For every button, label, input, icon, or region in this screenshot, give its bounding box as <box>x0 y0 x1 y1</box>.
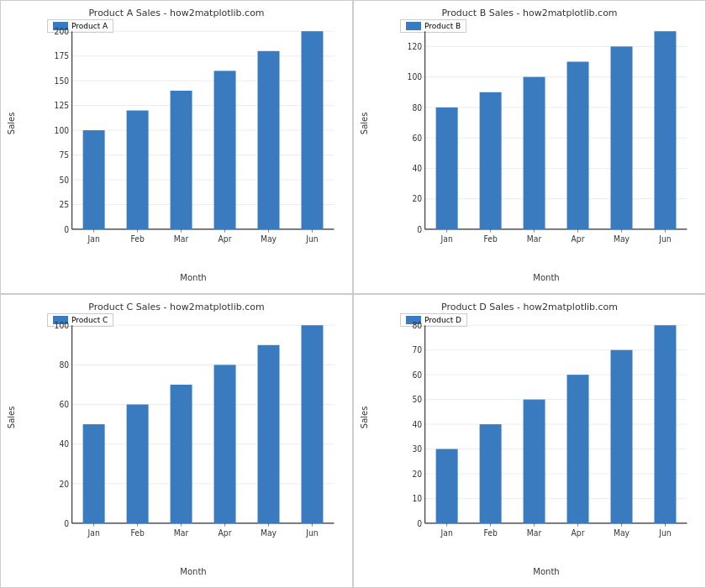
y-label-product-b: Sales <box>360 112 369 134</box>
svg-text:25: 25 <box>59 200 69 209</box>
svg-text:60: 60 <box>412 370 422 380</box>
svg-text:0: 0 <box>417 224 422 234</box>
svg-text:200: 200 <box>55 27 70 36</box>
chart-svg-product-a: 0255075100125150175200JanFebMarAprMayJun <box>43 26 344 255</box>
x-label-product-c: Month <box>43 567 344 576</box>
svg-text:Jan: Jan <box>440 234 453 244</box>
chart-svg-product-b: 020406080100120JanFebMarAprMayJun <box>396 26 697 255</box>
bar-product-a-0 <box>83 130 105 229</box>
svg-text:20: 20 <box>412 194 422 203</box>
bar-product-b-0 <box>436 108 458 229</box>
chart-product-b: Product B Sales - how2matplotlib.comProd… <box>353 0 706 294</box>
bar-product-b-4 <box>611 46 633 229</box>
chart-area-product-b: SalesMonth020406080100120JanFebMarAprMay… <box>396 26 697 255</box>
chart-title-product-b: Product B Sales - how2matplotlib.com <box>354 8 705 18</box>
svg-text:Apr: Apr <box>219 234 232 244</box>
svg-text:Feb: Feb <box>130 528 144 538</box>
svg-text:20: 20 <box>59 479 69 488</box>
chart-title-product-a: Product A Sales - how2matplotlib.com <box>1 8 352 18</box>
bar-product-d-3 <box>567 375 589 523</box>
x-label-product-a: Month <box>43 273 344 282</box>
chart-area-product-a: SalesMonth0255075100125150175200JanFebMa… <box>43 26 344 255</box>
bar-product-c-1 <box>127 405 149 523</box>
svg-text:100: 100 <box>55 321 70 330</box>
chart-title-product-d: Product D Sales - how2matplotlib.com <box>354 302 705 312</box>
y-label-product-d: Sales <box>360 406 369 428</box>
svg-text:Apr: Apr <box>572 528 585 538</box>
bar-product-c-0 <box>83 424 105 523</box>
svg-text:Mar: Mar <box>527 234 541 244</box>
chart-area-product-d: SalesMonth01020304050607080JanFebMarAprM… <box>396 320 697 549</box>
svg-text:May: May <box>261 528 277 538</box>
bar-product-b-2 <box>524 77 545 229</box>
svg-text:May: May <box>261 234 277 244</box>
svg-text:Feb: Feb <box>483 234 497 244</box>
svg-text:60: 60 <box>412 134 422 143</box>
svg-text:100: 100 <box>408 72 423 81</box>
svg-text:100: 100 <box>55 125 70 134</box>
svg-text:0: 0 <box>64 224 69 234</box>
chart-product-c: Product C Sales - how2matplotlib.comProd… <box>0 294 353 588</box>
svg-text:125: 125 <box>55 101 70 110</box>
svg-text:70: 70 <box>412 345 422 354</box>
svg-text:120: 120 <box>408 42 423 51</box>
y-label-product-c: Sales <box>7 406 16 428</box>
svg-text:Mar: Mar <box>174 234 188 244</box>
svg-text:Jan: Jan <box>440 528 453 538</box>
x-label-product-d: Month <box>396 567 697 576</box>
svg-text:80: 80 <box>412 102 422 112</box>
svg-text:Mar: Mar <box>174 528 188 538</box>
svg-text:Jun: Jun <box>305 528 318 538</box>
svg-text:80: 80 <box>59 360 69 370</box>
svg-text:60: 60 <box>59 400 69 409</box>
bar-product-c-4 <box>258 345 280 523</box>
svg-text:175: 175 <box>55 51 70 60</box>
bar-product-d-4 <box>611 350 633 523</box>
svg-text:May: May <box>614 528 630 538</box>
svg-text:50: 50 <box>412 395 422 404</box>
charts-grid: Product A Sales - how2matplotlib.comProd… <box>0 0 706 588</box>
svg-text:Feb: Feb <box>130 234 144 244</box>
svg-text:May: May <box>614 234 630 244</box>
svg-text:Jun: Jun <box>658 234 671 244</box>
svg-text:Apr: Apr <box>219 528 232 538</box>
bar-product-b-5 <box>654 31 676 229</box>
svg-text:Jun: Jun <box>658 528 671 538</box>
y-label-product-a: Sales <box>7 112 16 134</box>
svg-text:Apr: Apr <box>572 234 585 244</box>
bar-product-d-0 <box>436 449 458 523</box>
svg-text:20: 20 <box>412 469 422 478</box>
svg-text:Feb: Feb <box>483 528 497 538</box>
svg-text:50: 50 <box>59 175 69 184</box>
svg-text:40: 40 <box>412 419 422 428</box>
chart-product-d: Product D Sales - how2matplotlib.comProd… <box>353 294 706 588</box>
svg-text:Mar: Mar <box>527 528 541 538</box>
chart-svg-product-c: 020406080100JanFebMarAprMayJun <box>43 320 344 549</box>
chart-svg-product-d: 01020304050607080JanFebMarAprMayJun <box>396 320 697 549</box>
svg-text:0: 0 <box>64 518 69 528</box>
svg-text:Jan: Jan <box>87 234 100 244</box>
svg-text:30: 30 <box>412 444 422 454</box>
svg-text:Jan: Jan <box>87 528 100 538</box>
bar-product-c-2 <box>171 385 192 523</box>
bar-product-d-2 <box>524 400 545 523</box>
bar-product-d-5 <box>654 325 676 523</box>
svg-text:40: 40 <box>412 164 422 173</box>
bar-product-a-3 <box>214 71 236 229</box>
svg-text:Jun: Jun <box>305 234 318 244</box>
bar-product-c-3 <box>214 365 236 523</box>
svg-text:75: 75 <box>59 150 69 160</box>
x-label-product-b: Month <box>396 273 697 282</box>
svg-text:0: 0 <box>417 518 422 528</box>
bar-product-a-4 <box>258 51 280 229</box>
svg-text:150: 150 <box>55 76 70 86</box>
bar-product-d-1 <box>480 424 502 523</box>
bar-product-b-3 <box>567 61 589 229</box>
chart-title-product-c: Product C Sales - how2matplotlib.com <box>1 302 352 312</box>
chart-product-a: Product A Sales - how2matplotlib.comProd… <box>0 0 353 294</box>
svg-text:80: 80 <box>412 321 422 330</box>
chart-area-product-c: SalesMonth020406080100JanFebMarAprMayJun <box>43 320 344 549</box>
svg-text:40: 40 <box>59 439 69 449</box>
bar-product-a-2 <box>171 91 192 229</box>
bar-product-a-5 <box>301 31 323 229</box>
